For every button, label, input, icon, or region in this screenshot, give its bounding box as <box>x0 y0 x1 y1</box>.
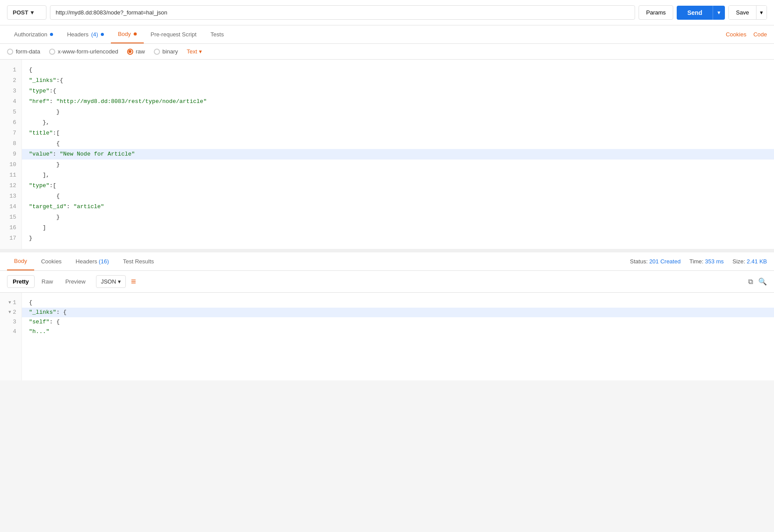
code-line-14: "target_id": "article" <box>22 202 774 212</box>
status-value: 201 Created <box>649 258 681 265</box>
tab-headers[interactable]: Headers (4) <box>60 26 111 43</box>
urlencoded-label: x-www-form-urlencoded <box>58 48 118 55</box>
line-num-4: 4 <box>0 96 21 107</box>
tab-pre-request[interactable]: Pre-request Script <box>144 26 204 43</box>
line-num-16: 16 <box>0 223 21 233</box>
code-line-12: "type":[ <box>22 181 774 191</box>
resp-tab-cookies[interactable]: Cookies <box>34 253 69 270</box>
line-num-13: 13 <box>0 191 21 202</box>
headers-count: (4) <box>91 31 98 38</box>
method-label: POST <box>13 9 28 16</box>
raw-button[interactable]: Raw <box>36 276 58 287</box>
save-button[interactable]: Save <box>729 6 756 19</box>
resp-code-line-3: "self": { <box>22 317 774 327</box>
code-line-13: { <box>22 191 774 202</box>
text-dropdown-label: Text <box>187 48 197 55</box>
line-num-7: 7 <box>0 128 21 138</box>
cookies-link[interactable]: Cookies <box>726 31 746 38</box>
body-dot <box>134 32 137 35</box>
line-num-6: 6 <box>0 117 21 128</box>
urlencoded-option[interactable]: x-www-form-urlencoded <box>49 48 118 55</box>
line-num-15: 15 <box>0 212 21 223</box>
headers-dot <box>101 33 104 36</box>
raw-option[interactable]: raw <box>127 48 145 55</box>
resp-tab-body[interactable]: Body <box>7 252 34 270</box>
line-num-1: 1 <box>0 65 21 75</box>
resp-tab-headers[interactable]: Headers (16) <box>69 253 116 270</box>
code-line-8: { <box>22 138 774 149</box>
code-line-16: ] <box>22 223 774 233</box>
binary-option[interactable]: binary <box>154 48 178 55</box>
form-data-option[interactable]: form-data <box>7 48 40 55</box>
pretty-button[interactable]: Pretty <box>7 275 35 288</box>
request-bar: POST ▾ Params Send ▾ Save ▾ <box>0 0 774 25</box>
resp-code-content[interactable]: { "_links": { "self": { "h..." <box>22 293 774 380</box>
resp-line-num-4: 4 <box>0 327 21 337</box>
resp-headers-label: Headers <box>76 258 99 265</box>
urlencoded-radio[interactable] <box>49 49 55 55</box>
method-select[interactable]: POST ▾ <box>7 5 46 20</box>
params-button[interactable]: Params <box>639 5 673 20</box>
binary-radio[interactable] <box>154 49 160 55</box>
code-line-5: } <box>22 107 774 117</box>
code-content[interactable]: { "_links":{ "type":{ "href": "http://my… <box>22 60 774 249</box>
search-button[interactable]: 🔍 <box>758 277 767 286</box>
response-actions: ⧉ 🔍 <box>748 277 767 286</box>
send-button[interactable]: Send <box>677 6 713 20</box>
size-value: 2.41 KB <box>747 258 767 265</box>
text-dropdown[interactable]: Text ▾ <box>187 48 202 55</box>
tab-body[interactable]: Body <box>111 25 144 43</box>
collapse-1[interactable]: ▼ <box>8 299 11 306</box>
copy-button[interactable]: ⧉ <box>748 277 753 286</box>
code-line-7: "title":[ <box>22 128 774 138</box>
resp-num-2: 2 <box>13 308 16 317</box>
wrap-icon[interactable]: ≡ <box>131 277 136 287</box>
code-line-4: "href": "http://myd8.dd:8083/rest/type/n… <box>22 96 774 107</box>
pre-request-label: Pre-request Script <box>151 31 197 38</box>
response-tabs: Body Cookies Headers (16) Test Results S… <box>0 252 774 271</box>
line-num-17: 17 <box>0 233 21 244</box>
size-label: Size: 2.41 KB <box>732 258 767 265</box>
resp-line-num-2: ▼ 2 <box>0 308 21 317</box>
method-chevron: ▾ <box>31 9 34 16</box>
send-button-group: Send ▾ <box>677 6 725 20</box>
code-editor: 1 2 3 4 5 6 7 8 9 10 11 12 13 14 15 16 1… <box>0 60 774 252</box>
code-link[interactable]: Code <box>753 31 767 38</box>
tab-authorization[interactable]: Authorization <box>7 26 60 43</box>
authorization-dot <box>50 33 53 36</box>
resp-tab-test-results[interactable]: Test Results <box>116 253 161 270</box>
request-tabs: Authorization Headers (4) Body Pre-reque… <box>0 25 774 44</box>
raw-radio[interactable] <box>127 49 133 55</box>
resp-num-4: 4 <box>7 327 16 337</box>
resp-line-numbers: ▼ 1 ▼ 2 3 4 <box>0 293 22 380</box>
response-toolbar: Pretty Raw Preview JSON ▾ ≡ ⧉ 🔍 <box>0 271 774 293</box>
format-dropdown[interactable]: JSON ▾ <box>96 275 126 288</box>
line-num-3: 3 <box>0 86 21 96</box>
collapse-2[interactable]: ▼ <box>8 309 11 316</box>
code-line-15: } <box>22 212 774 223</box>
send-dropdown[interactable]: ▾ <box>713 6 725 20</box>
line-num-9: 9 <box>0 149 21 160</box>
resp-body-label: Body <box>14 258 27 264</box>
tab-tests[interactable]: Tests <box>203 26 231 43</box>
line-num-5: 5 <box>0 107 21 117</box>
code-line-17: } <box>22 233 774 244</box>
tests-label: Tests <box>210 31 224 38</box>
authorization-label: Authorization <box>14 31 47 38</box>
format-chevron: ▾ <box>118 278 121 285</box>
line-num-11: 11 <box>0 170 21 181</box>
resp-line-num-1: ▼ 1 <box>0 298 21 308</box>
form-data-radio[interactable] <box>7 49 13 55</box>
save-dropdown-button[interactable]: ▾ <box>756 6 767 19</box>
binary-label: binary <box>163 48 178 55</box>
line-num-14: 14 <box>0 202 21 212</box>
resp-code-line-2: "_links": { <box>22 308 774 317</box>
resp-code-line-1: { <box>22 298 774 308</box>
body-label: Body <box>118 31 131 37</box>
url-input[interactable] <box>50 5 635 20</box>
code-line-1: { <box>22 65 774 75</box>
code-line-9: "value": "New Node for Article" <box>22 149 774 160</box>
preview-button[interactable]: Preview <box>60 276 91 287</box>
response-meta: Status: 201 Created Time: 353 ms Size: 2… <box>630 258 767 265</box>
code-line-11: ], <box>22 170 774 181</box>
